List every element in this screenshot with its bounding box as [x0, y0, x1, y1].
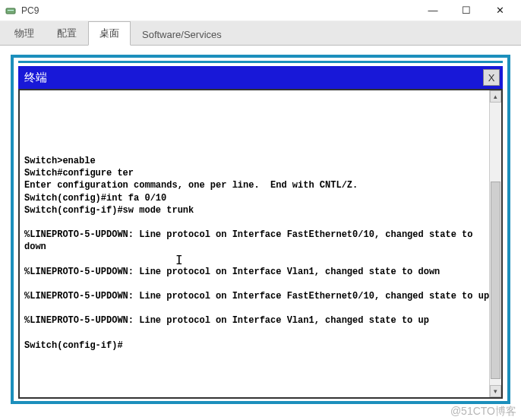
minimize-button[interactable]: — — [416, 0, 450, 21]
scroll-down-icon[interactable]: ▾ — [490, 385, 501, 397]
svg-rect-1 — [8, 10, 14, 11]
desktop-pane: 终端 X Switch>enable Switch#configure ter … — [0, 46, 521, 420]
terminal-output[interactable]: Switch>enable Switch#configure ter Enter… — [20, 90, 501, 355]
window-title: PC9 — [21, 5, 416, 16]
terminal-close-button[interactable]: X — [483, 69, 500, 86]
tab-physical[interactable]: 物理 — [3, 21, 46, 45]
scroll-up-icon[interactable]: ▴ — [490, 90, 501, 103]
terminal-scrollbar[interactable]: ▴ ▾ — [489, 90, 501, 397]
terminal-title: 终端 — [24, 71, 483, 85]
text-cursor-icon: I — [175, 253, 183, 267]
svg-rect-0 — [6, 8, 15, 14]
terminal-window: 终端 X Switch>enable Switch#configure ter … — [11, 55, 510, 404]
tab-bar: 物理 配置 桌面 Software/Services — [0, 21, 521, 46]
terminal-top-strip — [18, 61, 503, 63]
maximize-button[interactable]: ☐ — [450, 0, 483, 21]
tab-config[interactable]: 配置 — [46, 21, 88, 45]
terminal-titlebar[interactable]: 终端 X — [18, 66, 503, 89]
app-icon — [5, 5, 17, 17]
window-titlebar[interactable]: PC9 — ☐ ✕ — [0, 0, 521, 21]
tab-desktop[interactable]: 桌面 — [88, 21, 131, 46]
close-button[interactable]: ✕ — [483, 0, 516, 21]
terminal-body[interactable]: Switch>enable Switch#configure ter Enter… — [18, 89, 503, 399]
scroll-thumb[interactable] — [491, 182, 500, 379]
tab-software-services[interactable]: Software/Services — [131, 24, 233, 45]
